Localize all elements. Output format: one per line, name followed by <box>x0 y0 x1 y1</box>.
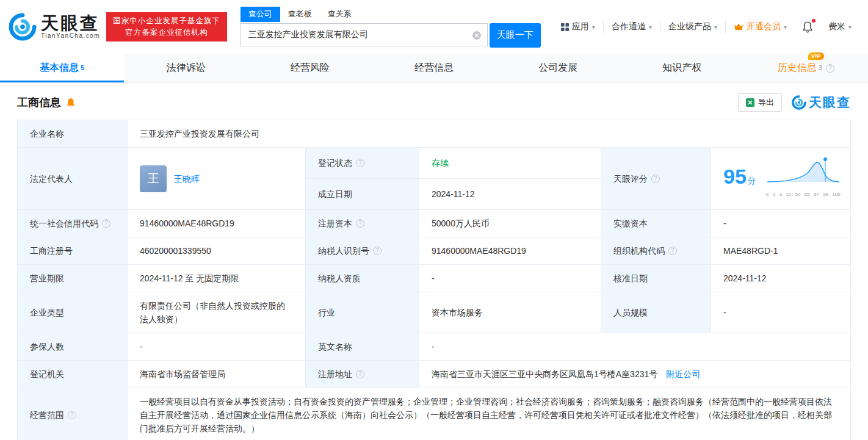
reg-status-value: 存续 <box>419 148 601 179</box>
tab-intellectual-property[interactable]: 知识产权 <box>620 54 744 82</box>
help-icon[interactable]: ? <box>356 159 364 167</box>
search-tab-boss[interactable]: 查老板 <box>280 7 320 22</box>
clear-search-icon[interactable] <box>472 31 482 40</box>
tab-legal-proceedings[interactable]: 法律诉讼 <box>124 54 248 82</box>
help-icon[interactable]: ? <box>373 247 382 255</box>
nav-cooperation-label: 合作通道 <box>612 21 646 32</box>
legal-rep-value: 王 王晓晖 <box>128 148 306 210</box>
table-row: 法定代表人 王 王晓晖 登记状态? 存续 天眼评分? 95分 <box>18 148 851 179</box>
english-name-value: - <box>419 333 851 361</box>
credit-code-label: 统一社会信用代码? <box>18 210 128 237</box>
help-icon[interactable]: ? <box>102 219 110 228</box>
chevron-down-icon: ▾ <box>848 24 852 31</box>
tab-history-count: 3 <box>819 64 822 71</box>
table-row: 企业类型 有限责任公司（非自然人投资或控股的法人独资） 行业 资本市场服务 人员… <box>18 292 851 333</box>
approval-date-value: 2024-11-12 <box>711 265 851 292</box>
company-type-label: 企业类型 <box>18 292 128 333</box>
reg-address-value: 海南省三亚市天涯区三亚中央商务区凤凰岛1号楼A座3231号 附近公司 <box>419 361 851 388</box>
tab-history-info[interactable]: 历史信息 VIP 3 ? <box>744 54 868 82</box>
industry-label: 行业 <box>306 292 419 333</box>
nav-enterprise-products[interactable]: 企业级产品 ▾ <box>660 21 725 33</box>
business-info-table: 企业名称 三亚发控产业投资发展有限公司 法定代表人 王 王晓晖 登记状态? 存续… <box>17 120 851 440</box>
score-label: 天眼评分? <box>601 148 711 210</box>
tianyancha-logo-icon <box>9 13 37 41</box>
search-input[interactable] <box>241 30 487 40</box>
tianyancha-logo[interactable]: 天眼查 TianYanCha.com <box>9 13 100 41</box>
legal-rep-name-link[interactable]: 王晓晖 <box>174 172 200 186</box>
search-tabs: 查公司 查老板 查关系 <box>241 7 541 22</box>
tab-development-label: 公司发展 <box>538 62 577 74</box>
watermark-logo: 天眼查 <box>792 94 851 111</box>
org-code-value: MAE48RGD-1 <box>711 237 851 265</box>
legal-rep-avatar[interactable]: 王 <box>140 165 167 192</box>
export-button[interactable]: 导出 <box>738 93 782 112</box>
reg-address-label: 注册地址? <box>306 361 419 388</box>
vip-tag: VIP <box>808 52 824 60</box>
business-info-header: 工商信息 导出 天眼查 <box>0 83 868 120</box>
taxpayer-no-label: 纳税人识别号? <box>306 237 419 265</box>
score-number: 95 <box>723 165 747 188</box>
help-icon[interactable]: ? <box>356 370 364 378</box>
staff-size-value: - <box>711 292 851 333</box>
reg-status-label: 登记状态? <box>306 148 419 179</box>
nav-enterprise-label: 企业级产品 <box>668 21 711 32</box>
search-tab-company[interactable]: 查公司 <box>241 7 280 22</box>
apps-grid-icon <box>561 23 569 31</box>
certification-badge: 国家中小企业发展子基金旗下 官方备案企业征信机构 <box>106 12 227 41</box>
nav-user-label: 费米 <box>828 21 845 32</box>
table-row: 工商注册号 460200001339550 纳税人识别号? 91460000MA… <box>18 237 851 265</box>
reg-authority-value: 海南省市场监督管理局 <box>128 361 306 388</box>
reg-authority-label: 登记机关 <box>18 361 128 388</box>
nav-apps[interactable]: 应用 ▾ <box>553 21 603 33</box>
company-name-value: 三亚发控产业投资发展有限公司 <box>128 120 851 148</box>
approval-date-label: 核准日期 <box>601 265 711 292</box>
help-icon[interactable]: ? <box>356 219 364 228</box>
tab-legal-label: 法律诉讼 <box>167 62 206 74</box>
business-scope-value: 一般经营项目以自有资金从事投资活动；自有资金投资的资产管理服务；企业管理；企业管… <box>128 388 851 440</box>
search-tab-relation[interactable]: 查关系 <box>320 7 360 22</box>
export-label: 导出 <box>758 97 774 108</box>
reg-capital-value: 50000万人民币 <box>419 210 601 237</box>
score-axis: 0131050659799100 <box>766 188 841 201</box>
nav-user[interactable]: 费米 ▾ <box>820 21 859 33</box>
table-row: 参保人数 - 英文名称 - <box>18 333 851 361</box>
watermark-brand-text: 天眼查 <box>809 94 851 111</box>
company-name-label: 企业名称 <box>18 120 128 148</box>
tab-risk-label: 经营风险 <box>291 62 330 74</box>
monitor-bell-icon[interactable] <box>66 98 76 108</box>
help-icon[interactable]: ? <box>826 64 834 73</box>
score-unit: 分 <box>748 176 756 186</box>
watermark-logo-icon <box>792 95 806 110</box>
nav-vip-label: 开通会员 <box>747 21 781 32</box>
paid-capital-label: 实缴资本 <box>601 210 711 237</box>
taxpayer-quality-label: 纳税人资质 <box>306 265 419 292</box>
insured-count-label: 参保人数 <box>18 333 128 361</box>
tab-company-development[interactable]: 公司发展 <box>496 54 620 82</box>
help-icon[interactable]: ? <box>68 411 76 419</box>
notifications-bell[interactable] <box>795 21 820 33</box>
company-section-tabs: 基本信息 5 法律诉讼 经营风险 经营信息 公司发展 知识产权 历史信息 VIP… <box>0 54 868 83</box>
score-chart: 0131050659799100 <box>766 156 841 201</box>
taxpayer-no-value: 91460000MAE48RGD19 <box>419 237 601 265</box>
help-icon[interactable]: ? <box>668 247 677 255</box>
search-button[interactable]: 天眼一下 <box>490 23 541 48</box>
reg-capital-label: 注册资本? <box>306 210 419 237</box>
badge-line1: 国家中小企业发展子基金旗下 <box>113 15 220 27</box>
paid-capital-value: - <box>711 210 851 237</box>
nav-open-vip[interactable]: 开通会员 ▾ <box>725 21 795 33</box>
section-title: 工商信息 <box>17 95 61 110</box>
taxpayer-quality-value: - <box>419 265 601 292</box>
tab-operating-label: 经营信息 <box>414 62 454 74</box>
tab-operating-risk[interactable]: 经营风险 <box>248 54 372 82</box>
chevron-down-icon: ▾ <box>784 24 787 31</box>
nearby-companies-link[interactable]: 附近公司 <box>666 369 700 379</box>
nav-cooperation[interactable]: 合作通道 ▾ <box>603 21 660 33</box>
bell-icon <box>802 21 813 33</box>
score-value: 95分 0131050659799100 <box>711 148 851 210</box>
tab-basic-info-label: 基本信息 <box>40 62 79 74</box>
tab-basic-info[interactable]: 基本信息 5 <box>0 54 124 82</box>
help-icon[interactable]: ? <box>651 175 660 183</box>
top-nav: 应用 ▾ 合作通道 ▾ 企业级产品 ▾ 开通会员 ▾ 费米 ▾ <box>553 21 859 33</box>
tab-operating-info[interactable]: 经营信息 <box>372 54 496 82</box>
business-term-label: 营业期限 <box>18 265 128 292</box>
